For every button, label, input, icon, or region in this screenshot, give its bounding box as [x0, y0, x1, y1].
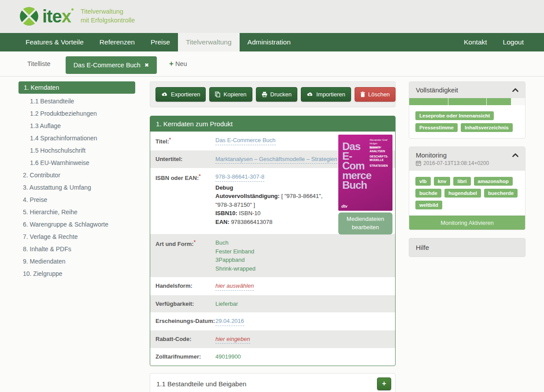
- completeness-progress-bar: [409, 98, 525, 105]
- cover-block: Das E- Com merce Buch Alexander Graf Hol…: [338, 135, 392, 234]
- sidebar-item-produktbeziehungen[interactable]: 1.2 Produktbeziehungen: [19, 107, 135, 120]
- printer-icon: [262, 92, 267, 97]
- row-erscheinungsdatum: Erscheinungs-Datum: 29.04.2016: [150, 312, 395, 330]
- kerndaten-panel-title: 1. Kerndaten zum Produkt: [150, 116, 395, 132]
- sidebar-item-ausstattung[interactable]: 3. Ausstattung & Umfang: [19, 181, 135, 194]
- cloud-upload-icon: [161, 92, 168, 97]
- print-button[interactable]: Drucken: [256, 87, 297, 102]
- nav-right: Kontakt Logout: [456, 33, 532, 51]
- sidebar-item-verlage[interactable]: 7. Verlage & Rechte: [19, 231, 135, 243]
- shop-badge-vlb[interactable]: vlb: [415, 177, 431, 186]
- shop-badge-buchde[interactable]: buchde: [415, 189, 441, 198]
- shop-badge-weltbild[interactable]: weltbild: [415, 201, 442, 209]
- copy-button[interactable]: Kopieren: [209, 87, 252, 102]
- required-mark: *: [169, 137, 171, 142]
- itex-logo[interactable]: itex Titelverwaltung mit Erfolgskontroll…: [19, 6, 135, 27]
- right-sidebar: Vollständigkeit Leseprobe oder Innenansi…: [409, 81, 525, 257]
- sidebar-item-inhalte[interactable]: 8. Inhalte & PDFs: [19, 243, 135, 255]
- untertitel-label: Untertitel:: [155, 155, 215, 164]
- erscheinungsdatum-label: Erscheinungs-Datum:: [155, 317, 215, 326]
- tab-titelliste[interactable]: Titelliste: [19, 60, 59, 67]
- sidebar-item-contributor[interactable]: 2. Contributor: [19, 169, 135, 181]
- art-value[interactable]: Fester Einband: [215, 247, 255, 256]
- close-icon[interactable]: ✖: [144, 62, 149, 68]
- shop-badge-amazonshop[interactable]: amazonshop: [474, 177, 513, 186]
- main-content: Exportieren Kopieren Drucken Importieren…: [150, 81, 396, 392]
- book-cover-image: Das E- Com merce Buch Alexander Graf Hol…: [338, 135, 392, 211]
- nav-item-referenzen[interactable]: Referenzen: [92, 33, 143, 51]
- untertitel-value[interactable]: Marktanalysen – Geschäftsmodelle – Strat…: [215, 155, 337, 164]
- export-button[interactable]: Exportieren: [155, 87, 206, 102]
- titel-value[interactable]: Das E-Commerce Buch: [215, 136, 276, 145]
- brand-trademark-dot: [71, 8, 74, 11]
- sidebar-item-hochschulschrift[interactable]: 1.5 Hochschulschrift: [19, 144, 135, 157]
- sidebar-item-sprachinformationen[interactable]: 1.4 Sprachinformationen: [19, 132, 135, 144]
- art-und-form-label: Art und Form:: [155, 241, 194, 248]
- verfuegbarkeit-value[interactable]: Lieferbar: [215, 300, 238, 308]
- top-header: itex Titelverwaltung mit Erfolgskontroll…: [0, 0, 544, 33]
- help-panel[interactable]: Hilfe: [409, 238, 525, 257]
- completeness-badge[interactable]: Pressestimme: [415, 123, 458, 132]
- activate-monitoring-button[interactable]: Monitoring Aktivieren: [409, 216, 525, 230]
- erscheinungsdatum-value[interactable]: 29.04.2016: [215, 317, 244, 326]
- handelsform-value[interactable]: hier auswählen: [215, 282, 254, 291]
- nav-item-administration[interactable]: Administration: [240, 33, 299, 51]
- cover-topics: MARKT- ANALYSEN GESCHÄFTS- MODELLE STRAT…: [370, 146, 390, 169]
- titel-label: Titel:: [155, 138, 169, 145]
- sidebar-item-kerndaten[interactable]: 1. Kerndaten: [19, 81, 135, 94]
- chevron-up-icon[interactable]: [512, 88, 518, 92]
- monitoring-title: Monitoring: [416, 151, 447, 159]
- shop-badge-libri[interactable]: libri: [453, 177, 470, 186]
- sidebar-item-auflage[interactable]: 1.3 Auflage: [19, 120, 135, 132]
- nav-item-features[interactable]: Features & Vorteile: [18, 33, 92, 51]
- expand-section-button[interactable]: +: [377, 377, 391, 390]
- completeness-badge[interactable]: Leseprobe oder Innenansicht: [415, 111, 494, 120]
- nav-item-titelverwaltung[interactable]: Titelverwaltung: [178, 33, 240, 51]
- sidebar-item-preise[interactable]: 4. Preise: [19, 194, 135, 206]
- completeness-progress-fill: [409, 98, 511, 105]
- nav-item-logout[interactable]: Logout: [495, 33, 532, 51]
- app-root: itex Titelverwaltung mit Erfolgskontroll…: [0, 0, 544, 392]
- calendar-icon: [416, 161, 421, 166]
- chapter-sidebar: 1. Kerndaten 1.1 Bestandteile 1.2 Produk…: [19, 81, 135, 280]
- verfuegbarkeit-label: Verfügbarkeit:: [155, 300, 215, 308]
- chevron-up-icon[interactable]: [512, 153, 518, 157]
- row-verfuegbarkeit: Verfügbarkeit: Lieferbar: [150, 295, 395, 313]
- brand-text: itex: [42, 7, 74, 25]
- rabattcode-label: Rabatt-Code:: [155, 335, 215, 344]
- section-title: 1.1 Bestandteile und Beigaben: [156, 380, 246, 388]
- plus-icon: +: [169, 59, 174, 68]
- art-value[interactable]: 3Pappband: [215, 256, 255, 264]
- cover-publisher-logo: dtv: [341, 204, 348, 209]
- record-toolbar: Exportieren Kopieren Drucken Importieren…: [150, 81, 396, 107]
- completeness-badge[interactable]: Inhaltsverzeichnis: [461, 123, 513, 132]
- sidebar-item-mediendaten[interactable]: 9. Mediendaten: [19, 255, 135, 267]
- nav-item-preise[interactable]: Preise: [143, 33, 178, 51]
- art-value[interactable]: Buch: [215, 238, 255, 247]
- required-mark: *: [194, 239, 196, 245]
- art-value[interactable]: Shrink-wrapped: [215, 264, 255, 273]
- shop-badge-buecherde[interactable]: buecherde: [484, 189, 518, 198]
- nav-item-kontakt[interactable]: Kontakt: [456, 33, 495, 51]
- rabattcode-value[interactable]: hier eingeben: [215, 335, 250, 344]
- delete-button[interactable]: Löschen: [355, 87, 396, 102]
- zolltarifnummer-value[interactable]: 49019900: [215, 352, 241, 361]
- shop-badge-hugendubel[interactable]: hugendubel: [444, 189, 481, 198]
- itex-pinwheel-icon: [19, 6, 40, 27]
- isbn-value[interactable]: 978-3-86641-307-8: [215, 172, 264, 182]
- edit-media-button[interactable]: Mediendateien bearbeiten: [338, 212, 392, 234]
- shop-badge-knv[interactable]: knv: [434, 177, 451, 186]
- sidebar-item-zielgruppe[interactable]: 10. Zielgruppe: [19, 267, 135, 280]
- sidebar-item-hierarchie[interactable]: 5. Hierarchie, Reihe: [19, 206, 135, 218]
- trash-icon: [360, 92, 365, 97]
- sidebar-item-warengruppe[interactable]: 6. Warengruppe & Schlagworte: [19, 218, 135, 231]
- tab-active-title[interactable]: Das E-Commerce Buch ✖: [66, 56, 157, 74]
- handelsform-label: Handelsform:: [155, 282, 215, 291]
- tab-active-label: Das E-Commerce Buch: [74, 62, 141, 69]
- title-tabbar: Titelliste Das E-Commerce Buch ✖ + Neu: [0, 51, 544, 77]
- sidebar-item-bestandteile[interactable]: 1.1 Bestandteile: [19, 95, 135, 107]
- import-button[interactable]: Importieren: [301, 87, 351, 102]
- tab-new[interactable]: + Neu: [163, 59, 193, 68]
- progress-separator: [448, 98, 448, 105]
- sidebar-item-eu-warnhinweise[interactable]: 1.6 EU-Warnhinweise: [19, 157, 135, 169]
